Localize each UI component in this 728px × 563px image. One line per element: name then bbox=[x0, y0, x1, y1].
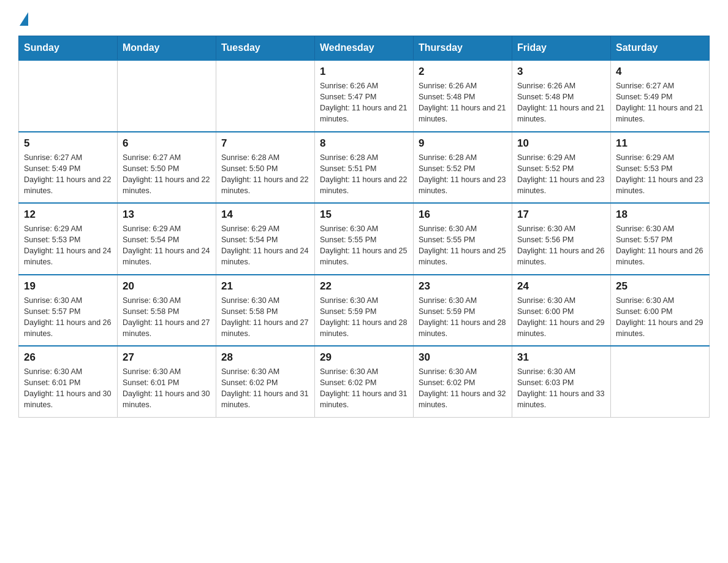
day-cell: 20Sunrise: 6:30 AMSunset: 5:58 PMDayligh… bbox=[118, 275, 216, 347]
day-cell: 28Sunrise: 6:30 AMSunset: 6:02 PMDayligh… bbox=[216, 346, 315, 417]
calendar-table: SundayMondayTuesdayWednesdayThursdayFrid… bbox=[18, 36, 710, 418]
page-header bbox=[18, 12, 710, 23]
day-info: Sunrise: 6:30 AMSunset: 6:00 PMDaylight:… bbox=[616, 295, 704, 340]
col-header-monday: Monday bbox=[118, 36, 216, 61]
day-number: 23 bbox=[419, 280, 507, 293]
day-number: 6 bbox=[123, 137, 211, 150]
day-info: Sunrise: 6:30 AMSunset: 5:57 PMDaylight:… bbox=[616, 223, 704, 268]
day-cell bbox=[216, 60, 315, 132]
day-number: 8 bbox=[320, 137, 408, 150]
day-number: 1 bbox=[320, 66, 408, 78]
col-header-saturday: Saturday bbox=[611, 36, 710, 61]
day-cell: 19Sunrise: 6:30 AMSunset: 5:57 PMDayligh… bbox=[19, 275, 118, 347]
day-cell: 3Sunrise: 6:26 AMSunset: 5:48 PMDaylight… bbox=[512, 60, 611, 132]
day-cell: 5Sunrise: 6:27 AMSunset: 5:49 PMDaylight… bbox=[19, 132, 118, 204]
day-cell: 8Sunrise: 6:28 AMSunset: 5:51 PMDaylight… bbox=[315, 132, 414, 204]
day-cell: 7Sunrise: 6:28 AMSunset: 5:50 PMDaylight… bbox=[216, 132, 315, 204]
day-cell: 15Sunrise: 6:30 AMSunset: 5:55 PMDayligh… bbox=[315, 203, 414, 275]
day-cell: 30Sunrise: 6:30 AMSunset: 6:02 PMDayligh… bbox=[414, 346, 512, 417]
logo-triangle-icon bbox=[20, 12, 28, 26]
day-info: Sunrise: 6:30 AMSunset: 6:02 PMDaylight:… bbox=[320, 366, 408, 411]
day-cell: 22Sunrise: 6:30 AMSunset: 5:59 PMDayligh… bbox=[315, 275, 414, 347]
day-info: Sunrise: 6:30 AMSunset: 6:02 PMDaylight:… bbox=[419, 366, 507, 411]
day-number: 11 bbox=[616, 137, 704, 150]
col-header-wednesday: Wednesday bbox=[315, 36, 414, 61]
day-number: 28 bbox=[221, 351, 309, 364]
day-cell bbox=[118, 60, 216, 132]
day-info: Sunrise: 6:30 AMSunset: 5:58 PMDaylight:… bbox=[123, 295, 211, 340]
day-info: Sunrise: 6:29 AMSunset: 5:52 PMDaylight:… bbox=[517, 152, 605, 197]
day-info: Sunrise: 6:29 AMSunset: 5:53 PMDaylight:… bbox=[616, 152, 704, 197]
day-number: 31 bbox=[517, 351, 605, 364]
day-info: Sunrise: 6:28 AMSunset: 5:50 PMDaylight:… bbox=[221, 152, 309, 197]
day-number: 12 bbox=[24, 209, 112, 221]
day-number: 25 bbox=[616, 280, 704, 293]
logo bbox=[18, 12, 29, 23]
day-cell: 27Sunrise: 6:30 AMSunset: 6:01 PMDayligh… bbox=[118, 346, 216, 417]
day-info: Sunrise: 6:28 AMSunset: 5:51 PMDaylight:… bbox=[320, 152, 408, 197]
day-number: 29 bbox=[320, 351, 408, 364]
day-info: Sunrise: 6:26 AMSunset: 5:48 PMDaylight:… bbox=[517, 80, 605, 125]
day-number: 20 bbox=[123, 280, 211, 293]
day-number: 4 bbox=[616, 66, 704, 78]
day-cell: 6Sunrise: 6:27 AMSunset: 5:50 PMDaylight… bbox=[118, 132, 216, 204]
day-number: 15 bbox=[320, 209, 408, 221]
day-cell: 1Sunrise: 6:26 AMSunset: 5:47 PMDaylight… bbox=[315, 60, 414, 132]
day-cell: 11Sunrise: 6:29 AMSunset: 5:53 PMDayligh… bbox=[611, 132, 710, 204]
day-cell: 2Sunrise: 6:26 AMSunset: 5:48 PMDaylight… bbox=[414, 60, 512, 132]
day-info: Sunrise: 6:30 AMSunset: 6:02 PMDaylight:… bbox=[221, 366, 309, 411]
col-header-thursday: Thursday bbox=[414, 36, 512, 61]
day-info: Sunrise: 6:29 AMSunset: 5:53 PMDaylight:… bbox=[24, 223, 112, 268]
day-cell: 14Sunrise: 6:29 AMSunset: 5:54 PMDayligh… bbox=[216, 203, 315, 275]
day-number: 22 bbox=[320, 280, 408, 293]
day-info: Sunrise: 6:30 AMSunset: 5:55 PMDaylight:… bbox=[320, 223, 408, 268]
day-number: 9 bbox=[419, 137, 507, 150]
day-number: 10 bbox=[517, 137, 605, 150]
week-row-2: 5Sunrise: 6:27 AMSunset: 5:49 PMDaylight… bbox=[19, 132, 710, 204]
day-cell: 13Sunrise: 6:29 AMSunset: 5:54 PMDayligh… bbox=[118, 203, 216, 275]
day-number: 5 bbox=[24, 137, 112, 150]
day-number: 13 bbox=[123, 209, 211, 221]
calendar-header-row: SundayMondayTuesdayWednesdayThursdayFrid… bbox=[19, 36, 710, 61]
day-number: 27 bbox=[123, 351, 211, 364]
day-info: Sunrise: 6:28 AMSunset: 5:52 PMDaylight:… bbox=[419, 152, 507, 197]
col-header-friday: Friday bbox=[512, 36, 611, 61]
day-info: Sunrise: 6:27 AMSunset: 5:49 PMDaylight:… bbox=[24, 152, 112, 197]
day-number: 2 bbox=[419, 66, 507, 78]
day-number: 16 bbox=[419, 209, 507, 221]
day-cell: 29Sunrise: 6:30 AMSunset: 6:02 PMDayligh… bbox=[315, 346, 414, 417]
day-info: Sunrise: 6:29 AMSunset: 5:54 PMDaylight:… bbox=[123, 223, 211, 268]
day-info: Sunrise: 6:30 AMSunset: 5:59 PMDaylight:… bbox=[320, 295, 408, 340]
day-info: Sunrise: 6:29 AMSunset: 5:54 PMDaylight:… bbox=[221, 223, 309, 268]
day-cell: 17Sunrise: 6:30 AMSunset: 5:56 PMDayligh… bbox=[512, 203, 611, 275]
day-cell: 4Sunrise: 6:27 AMSunset: 5:49 PMDaylight… bbox=[611, 60, 710, 132]
day-number: 24 bbox=[517, 280, 605, 293]
day-info: Sunrise: 6:30 AMSunset: 5:58 PMDaylight:… bbox=[221, 295, 309, 340]
day-info: Sunrise: 6:30 AMSunset: 6:00 PMDaylight:… bbox=[517, 295, 605, 340]
day-number: 17 bbox=[517, 209, 605, 221]
day-number: 18 bbox=[616, 209, 704, 221]
day-cell: 23Sunrise: 6:30 AMSunset: 5:59 PMDayligh… bbox=[414, 275, 512, 347]
day-info: Sunrise: 6:30 AMSunset: 6:03 PMDaylight:… bbox=[517, 366, 605, 411]
day-cell: 10Sunrise: 6:29 AMSunset: 5:52 PMDayligh… bbox=[512, 132, 611, 204]
day-info: Sunrise: 6:26 AMSunset: 5:47 PMDaylight:… bbox=[320, 80, 408, 125]
day-cell: 16Sunrise: 6:30 AMSunset: 5:55 PMDayligh… bbox=[414, 203, 512, 275]
day-info: Sunrise: 6:30 AMSunset: 5:59 PMDaylight:… bbox=[419, 295, 507, 340]
day-cell: 25Sunrise: 6:30 AMSunset: 6:00 PMDayligh… bbox=[611, 275, 710, 347]
day-cell bbox=[19, 60, 118, 132]
day-cell bbox=[611, 346, 710, 417]
week-row-5: 26Sunrise: 6:30 AMSunset: 6:01 PMDayligh… bbox=[19, 346, 710, 417]
day-cell: 12Sunrise: 6:29 AMSunset: 5:53 PMDayligh… bbox=[19, 203, 118, 275]
day-number: 7 bbox=[221, 137, 309, 150]
day-info: Sunrise: 6:30 AMSunset: 6:01 PMDaylight:… bbox=[123, 366, 211, 411]
day-info: Sunrise: 6:27 AMSunset: 5:49 PMDaylight:… bbox=[616, 80, 704, 125]
week-row-3: 12Sunrise: 6:29 AMSunset: 5:53 PMDayligh… bbox=[19, 203, 710, 275]
col-header-sunday: Sunday bbox=[19, 36, 118, 61]
day-info: Sunrise: 6:26 AMSunset: 5:48 PMDaylight:… bbox=[419, 80, 507, 125]
day-info: Sunrise: 6:30 AMSunset: 5:55 PMDaylight:… bbox=[419, 223, 507, 268]
day-number: 19 bbox=[24, 280, 112, 293]
day-number: 3 bbox=[517, 66, 605, 78]
week-row-4: 19Sunrise: 6:30 AMSunset: 5:57 PMDayligh… bbox=[19, 275, 710, 347]
day-cell: 9Sunrise: 6:28 AMSunset: 5:52 PMDaylight… bbox=[414, 132, 512, 204]
day-number: 21 bbox=[221, 280, 309, 293]
